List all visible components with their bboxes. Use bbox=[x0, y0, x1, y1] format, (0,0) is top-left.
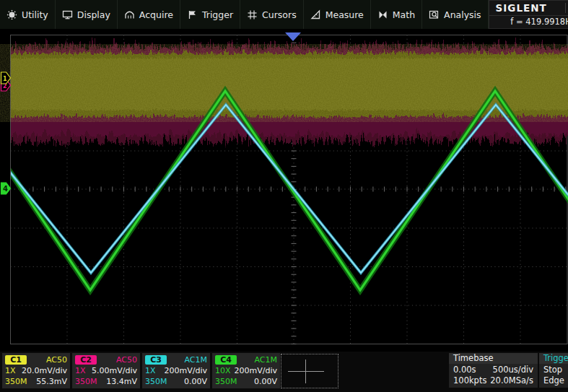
menu-item-analysis[interactable]: Analysis bbox=[422, 0, 489, 29]
monitor-icon bbox=[62, 9, 73, 20]
cursors-grid-icon bbox=[247, 9, 258, 20]
timebase-delay: 0.00s bbox=[453, 365, 476, 375]
trigger-type: Edge bbox=[543, 375, 564, 386]
trigger-status: Stop bbox=[543, 365, 562, 375]
run-stop-status[interactable]: Stop bbox=[566, 3, 568, 14]
graticule-canvas: 214 bbox=[0, 29, 568, 352]
channel-coupling: AC50 bbox=[116, 355, 137, 365]
analysis-magnifier-icon bbox=[429, 9, 440, 20]
trigger-frequency-readout: f = 419.9918Hz bbox=[489, 15, 568, 28]
menu-item-measure[interactable]: Measure bbox=[304, 0, 371, 29]
channel-offset: 0.00V bbox=[254, 377, 277, 387]
menu-item-cursors[interactable]: Cursors bbox=[240, 0, 304, 29]
channel-scale: 20.0mV/div bbox=[22, 366, 67, 376]
timebase-scale: 500us/div bbox=[493, 365, 533, 375]
channel-scale: 200mV/div bbox=[235, 366, 278, 376]
add-crosshair-icon bbox=[305, 360, 306, 383]
menu-item-label: Analysis bbox=[444, 9, 481, 20]
svg-text:4: 4 bbox=[3, 185, 8, 193]
add-descriptor-box[interactable] bbox=[281, 354, 338, 388]
siglent-logo: SIGLENT bbox=[489, 2, 565, 14]
channel-coupling: AC1M bbox=[184, 355, 207, 365]
menu-item-label: Acquire bbox=[139, 9, 173, 20]
channel-box-c4[interactable]: C4AC1M10X200mV/div350M0.00V bbox=[212, 353, 280, 388]
channel-probe: 1X bbox=[75, 366, 86, 376]
timebase-points: 100kpts bbox=[453, 375, 486, 386]
menu-item-math[interactable]: Math bbox=[371, 0, 422, 29]
channel-badge: C2 bbox=[75, 355, 97, 365]
status-bar: C1AC501X20.0mV/div350M55.3mVC2AC501X5.00… bbox=[0, 352, 568, 392]
menu-item-trigger[interactable]: Trigger bbox=[180, 0, 240, 29]
channel-badge: C4 bbox=[215, 355, 237, 365]
acquire-wave-icon bbox=[124, 9, 135, 20]
trigger-panel[interactable]: Trigger Stop Edge bbox=[539, 353, 568, 388]
svg-text:1: 1 bbox=[3, 76, 7, 82]
channel-box-c3[interactable]: C3AC1M1X200mV/div350M0.00V bbox=[142, 353, 210, 388]
brand-panel: SIGLENT Stop f = 419.9918Hz bbox=[489, 0, 568, 29]
timebase-panel[interactable]: Timebase 0.00s 500us/div 100kpts 20.0MSa… bbox=[449, 353, 538, 388]
menubar-items: UtilityDisplayAcquireTriggerCursorsMeasu… bbox=[0, 0, 489, 29]
waveform-display: 214 bbox=[0, 29, 568, 352]
flag-icon bbox=[187, 9, 198, 20]
channel-box-c1[interactable]: C1AC501X20.0mV/div350M55.3mV bbox=[2, 353, 70, 388]
channel-bandwidth: 350M bbox=[145, 377, 167, 387]
menu-item-label: Measure bbox=[325, 9, 364, 20]
menu-item-label: Cursors bbox=[262, 9, 297, 20]
add-crosshair-icon bbox=[288, 371, 324, 372]
channel-bandwidth: 350M bbox=[75, 377, 97, 387]
math-bowtie-icon bbox=[377, 9, 388, 20]
menubar: UtilityDisplayAcquireTriggerCursorsMeasu… bbox=[0, 0, 568, 29]
channel-badge: C1 bbox=[5, 355, 27, 365]
channel-probe: 10X bbox=[215, 366, 231, 376]
channel-bandwidth: 350M bbox=[5, 377, 27, 387]
menu-item-display[interactable]: Display bbox=[56, 0, 118, 29]
channel-badge: C3 bbox=[145, 355, 167, 365]
timebase-samplerate: 20.0MSa/s bbox=[490, 375, 533, 386]
menu-item-utility[interactable]: Utility bbox=[0, 0, 56, 29]
menu-item-label: Display bbox=[77, 9, 110, 20]
oscilloscope-screen: { "menubar": { "items": [ {"label": "Uti… bbox=[0, 0, 568, 392]
channel-probe: 1X bbox=[145, 366, 156, 376]
channel-offset: 13.4mV bbox=[106, 377, 137, 387]
channel-offset: 0.00V bbox=[184, 377, 207, 387]
menu-item-label: Math bbox=[393, 9, 415, 20]
menu-item-label: Trigger bbox=[202, 9, 233, 20]
channel-coupling: AC1M bbox=[254, 355, 277, 365]
channel-probe: 1X bbox=[5, 366, 16, 376]
channel-scale: 5.00mV/div bbox=[92, 366, 137, 376]
menu-item-acquire[interactable]: Acquire bbox=[118, 0, 180, 29]
menu-item-label: Utility bbox=[22, 9, 48, 20]
timebase-title: Timebase bbox=[449, 353, 538, 364]
ruler-triangle-icon bbox=[310, 9, 321, 20]
channel-scale: 200mV/div bbox=[165, 366, 208, 376]
trigger-title: Trigger bbox=[539, 353, 568, 364]
gear-icon bbox=[6, 9, 17, 20]
channel-coupling: AC50 bbox=[46, 355, 67, 365]
channel-box-c2[interactable]: C2AC501X5.00mV/div350M13.4mV bbox=[72, 353, 140, 388]
channel-bandwidth: 350M bbox=[215, 377, 237, 387]
channel-offset: 55.3mV bbox=[36, 377, 67, 387]
